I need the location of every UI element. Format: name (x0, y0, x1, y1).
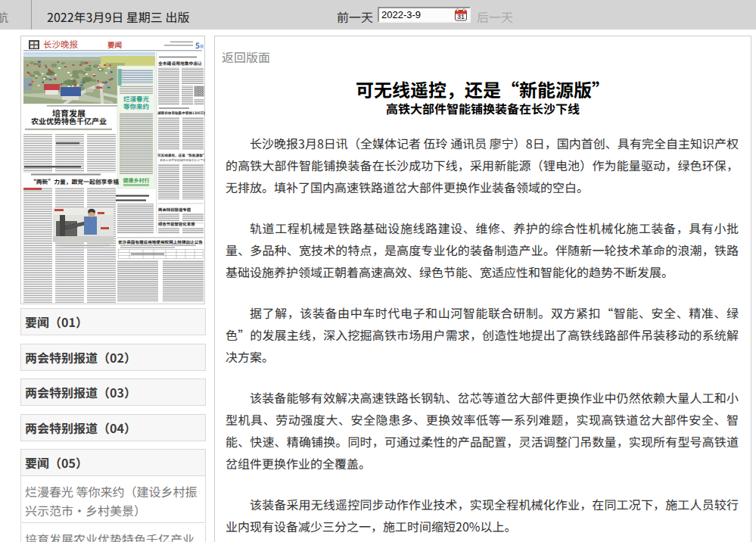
svg-text:绿色节能智能化发展: 绿色节能智能化发展 (158, 221, 195, 227)
svg-text:全市建设用地集中出让: 全市建设用地集中出让 (158, 60, 202, 67)
svg-text:健康乡村行: 健康乡村行 (123, 176, 150, 184)
svg-text:要闻: 要闻 (107, 39, 122, 50)
svg-text:可无线遥控，还是“新能源版”: 可无线遥控，还是“新能源版” (157, 153, 205, 157)
svg-text:两会特别报道专题: 两会特别报道专题 (158, 207, 191, 213)
svg-text:农业优势特色千亿产业: 农业优势特色千亿产业 (31, 115, 107, 126)
svg-text:“两新”力量，跟党一起创享幸福: “两新”力量，跟党一起创享幸福 (30, 177, 119, 185)
svg-text:高铁大部件智能铺换装备在长沙下线: 高铁大部件智能铺换装备在长沙下线 (160, 158, 205, 162)
svg-text:版: 版 (200, 43, 204, 48)
svg-text:31: 31 (457, 13, 465, 20)
svg-text:长沙县国有建设用地使用权网上挂牌出让公告: 长沙县国有建设用地使用权网上挂牌出让公告 (118, 239, 203, 245)
svg-text:湖南农体早稻集中育秧1300万亩: 湖南农体早稻集中育秧1300万亩 (157, 111, 205, 115)
svg-text:长沙晚报: 长沙晚报 (43, 38, 78, 50)
svg-text:等你来约: 等你来约 (123, 101, 149, 111)
